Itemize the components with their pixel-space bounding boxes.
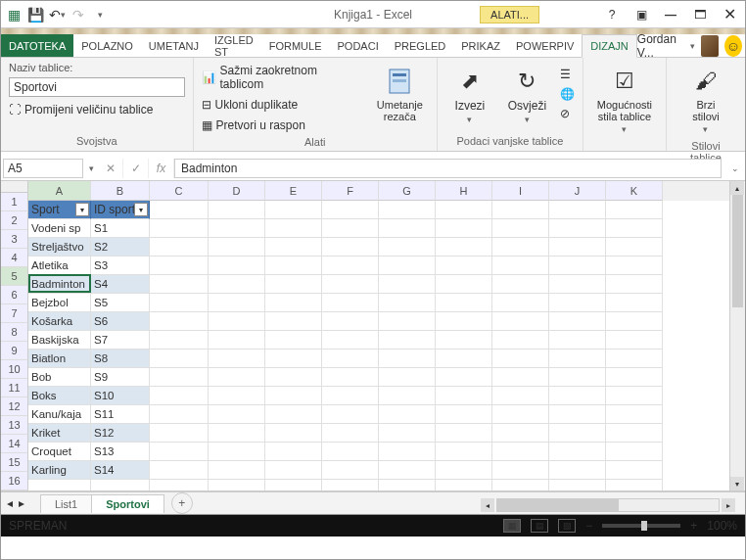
cell-F5[interactable] [322,275,379,294]
cell-F12[interactable] [322,405,379,424]
view-break-icon[interactable]: ▧ [558,519,576,533]
cell-D9[interactable] [209,350,265,368]
cell-G3[interactable] [379,238,436,257]
cell-I10[interactable] [492,368,549,387]
cell-F1[interactable] [322,201,379,219]
cell-I1[interactable] [492,201,549,219]
cell-G1[interactable] [379,201,436,219]
row-header-15[interactable]: 15 [1,453,28,472]
cell-C13[interactable] [150,424,209,443]
cell-C14[interactable] [150,443,209,461]
row-header-12[interactable]: 12 [1,397,28,416]
tab-formule[interactable]: FORMULE [261,34,330,57]
cell-K16[interactable] [606,480,663,490]
cell-G13[interactable] [379,424,436,443]
cell-K7[interactable] [606,312,663,331]
cell-K12[interactable] [606,405,663,424]
cell-H6[interactable] [436,294,492,312]
cell-B12[interactable]: S11 [91,405,150,424]
cell-K5[interactable] [606,275,663,294]
cell-B5[interactable]: S4 [91,275,150,294]
cell-A12[interactable]: Kanu/kaja [28,405,91,424]
qat-dropdown-icon[interactable]: ▾ [91,6,109,23]
cell-I11[interactable] [492,387,549,405]
cell-E10[interactable] [265,368,322,387]
cell-K9[interactable] [606,350,663,368]
cell-K11[interactable] [606,387,663,405]
cell-A13[interactable]: Kriket [28,424,91,443]
unlink-icon[interactable]: ⊘ [560,107,575,120]
cell-E5[interactable] [265,275,322,294]
cell-B15[interactable]: S14 [91,461,150,480]
cell-G14[interactable] [379,443,436,461]
col-header-D[interactable]: D [209,181,265,201]
cell-E14[interactable] [265,443,322,461]
cell-H7[interactable] [436,312,492,331]
scroll-down-icon[interactable]: ▾ [730,477,744,490]
row-header-8[interactable]: 8 [1,323,28,342]
sheet-next-icon[interactable]: ▸ [19,496,24,510]
cell-A14[interactable]: Croquet [28,443,91,461]
cell-B6[interactable]: S5 [91,294,150,312]
cell-G2[interactable] [379,219,436,238]
cell-J8[interactable] [549,331,606,350]
cell-D12[interactable] [209,405,265,424]
cell-F14[interactable] [322,443,379,461]
cell-E13[interactable] [265,424,322,443]
select-all-button[interactable] [1,181,28,193]
cell-H5[interactable] [436,275,492,294]
cell-G6[interactable] [379,294,436,312]
quick-styles-button[interactable]: 🖌 Brzi stilovi▾ [675,62,737,138]
cell-H1[interactable] [436,201,492,219]
cell-D16[interactable] [209,480,265,490]
help-icon[interactable]: ? [600,5,624,24]
cell-I12[interactable] [492,405,549,424]
user-area[interactable]: Gordan V...▾ ☺ [637,34,746,57]
col-header-C[interactable]: C [150,181,209,201]
cell-D4[interactable] [209,257,265,275]
cell-C12[interactable] [150,405,209,424]
cell-F10[interactable] [322,368,379,387]
cell-D15[interactable] [209,461,265,480]
cell-F2[interactable] [322,219,379,238]
row-header-7[interactable]: 7 [1,304,28,323]
cell-G8[interactable] [379,331,436,350]
cell-G15[interactable] [379,461,436,480]
cell-D8[interactable] [209,331,265,350]
cell-I3[interactable] [492,238,549,257]
feedback-icon[interactable]: ☺ [724,35,742,57]
row-header-4[interactable]: 4 [1,249,28,267]
cell-D10[interactable] [209,368,265,387]
cell-E12[interactable] [265,405,322,424]
cell-D14[interactable] [209,443,265,461]
cell-C15[interactable] [150,461,209,480]
filter-A-icon[interactable]: ▾ [75,203,89,216]
cell-A5[interactable]: Badminton [28,275,91,294]
cell-A16[interactable] [28,480,91,490]
cell-G4[interactable] [379,257,436,275]
cell-F3[interactable] [322,238,379,257]
tab-datoteka[interactable]: DATOTEKA [1,34,73,57]
row-header-16[interactable]: 16 [1,472,28,490]
cell-I4[interactable] [492,257,549,275]
cell-C7[interactable] [150,312,209,331]
cell-I9[interactable] [492,350,549,368]
cell-D13[interactable] [209,424,265,443]
cell-K1[interactable] [606,201,663,219]
cell-F9[interactable] [322,350,379,368]
cell-K3[interactable] [606,238,663,257]
cell-B2[interactable]: S1 [91,219,150,238]
cell-E1[interactable] [265,201,322,219]
tab-podaci[interactable]: PODACI [330,34,387,57]
tab-dizajn[interactable]: DIZAJN [582,34,637,58]
cell-I8[interactable] [492,331,549,350]
export-button[interactable]: ⬈ Izvezi▾ [445,62,494,128]
zoom-out-icon[interactable]: − [585,519,592,533]
cell-A8[interactable]: Baskijska [28,331,91,350]
cell-F15[interactable] [322,461,379,480]
row-header-13[interactable]: 13 [1,416,28,435]
cell-K4[interactable] [606,257,663,275]
fx-icon[interactable]: fx [149,159,174,178]
cell-H12[interactable] [436,405,492,424]
enter-icon[interactable]: ✓ [123,159,149,178]
